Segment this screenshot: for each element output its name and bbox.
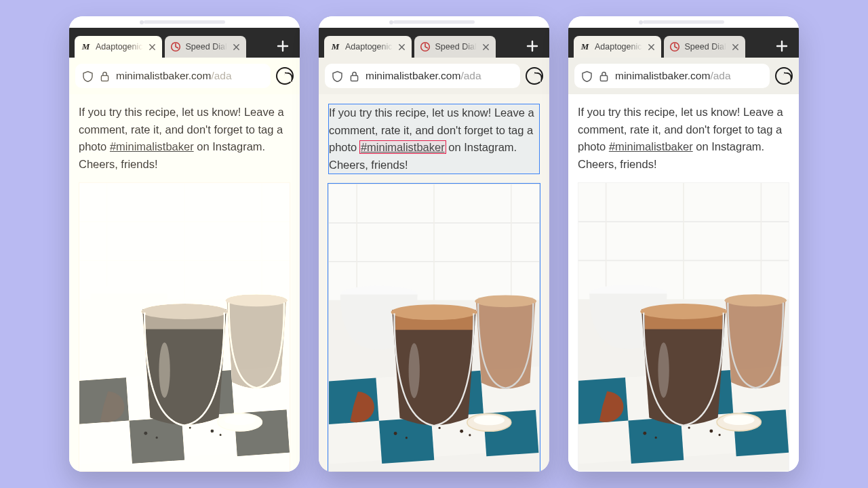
page-viewport[interactable]: If you try this recipe, let us know! Lea… xyxy=(319,94,549,472)
article-paragraph: If you try this recipe, let us know! Lea… xyxy=(328,104,540,174)
url-host: minimalistbaker.com xyxy=(615,70,710,81)
page-viewport[interactable]: If you try this recipe, let us know! Lea… xyxy=(69,94,300,472)
address-bar[interactable]: minimalistbaker.com/ada xyxy=(325,64,520,88)
tab-label: Adaptogenic xyxy=(595,42,642,52)
address-bar[interactable]: minimalistbaker.com/ada xyxy=(574,64,770,88)
lock-icon xyxy=(99,70,111,82)
shield-icon xyxy=(581,70,593,82)
new-tab-button[interactable] xyxy=(521,35,544,58)
clock-icon xyxy=(420,41,431,53)
tab-label: Adaptogenic xyxy=(96,42,143,52)
new-tab-button[interactable] xyxy=(271,35,294,58)
browser-chrome: M Adaptogenic Speed Dial xyxy=(69,28,300,94)
hashtag-link[interactable]: #minimalistbaker xyxy=(609,140,693,152)
device-statusbar xyxy=(319,16,549,28)
clock-icon xyxy=(669,41,681,53)
site-favicon-icon: M xyxy=(80,41,92,53)
tab-label: Speed Dial xyxy=(186,42,227,52)
url-path: /ada xyxy=(460,70,481,81)
close-tab-button[interactable] xyxy=(397,41,408,52)
device-statusbar xyxy=(69,16,300,28)
tab-speed-dial[interactable]: Speed Dial xyxy=(414,36,496,58)
close-tab-button[interactable] xyxy=(646,41,657,52)
article-paragraph: If you try this recipe, let us know! Lea… xyxy=(578,104,789,173)
tab-strip: M Adaptogenic Speed Dial xyxy=(568,33,799,58)
url-host: minimalistbaker.com xyxy=(116,70,211,81)
tab-label: Speed Dial xyxy=(435,42,477,52)
hashtag-link[interactable]: #minimalistbaker xyxy=(110,140,194,152)
lock-icon xyxy=(598,70,610,82)
url-text: minimalistbaker.com/ada xyxy=(116,70,264,82)
shield-icon xyxy=(332,70,343,82)
device-statusbar xyxy=(568,16,799,28)
tab-label: Speed Dial xyxy=(685,42,726,52)
shield-icon xyxy=(82,70,94,82)
tab-speed-dial[interactable]: Speed Dial xyxy=(664,36,745,58)
tab-strip: M Adaptogenic Speed Dial xyxy=(69,33,300,58)
browser-menu-button[interactable] xyxy=(775,67,793,85)
close-tab-button[interactable] xyxy=(231,41,242,52)
close-tab-button[interactable] xyxy=(147,41,158,52)
close-tab-button[interactable] xyxy=(730,41,741,52)
tab-site[interactable]: M Adaptogenic xyxy=(75,36,162,58)
url-path: /ada xyxy=(710,70,730,81)
article-hero-image xyxy=(328,184,540,472)
article-paragraph: If you try this recipe, let us know! Lea… xyxy=(79,104,290,173)
article-hero-image xyxy=(79,182,290,472)
url-path: /ada xyxy=(211,70,231,81)
browser-chrome: M Adaptogenic Speed Dial xyxy=(319,28,549,94)
article-hero-image xyxy=(578,182,789,472)
tab-speed-dial[interactable]: Speed Dial xyxy=(165,36,246,58)
browser-menu-button[interactable] xyxy=(526,67,543,85)
address-bar[interactable]: minimalistbaker.com/ada xyxy=(75,64,271,88)
browser-menu-button[interactable] xyxy=(276,67,294,85)
tab-label: Adaptogenic xyxy=(345,42,393,52)
clock-icon xyxy=(170,41,182,53)
lock-icon xyxy=(349,70,360,82)
url-text: minimalistbaker.com/ada xyxy=(366,70,513,82)
tab-site[interactable]: M Adaptogenic xyxy=(324,36,412,58)
url-host: minimalistbaker.com xyxy=(366,70,460,81)
new-tab-button[interactable] xyxy=(770,35,793,58)
page-viewport[interactable]: If you try this recipe, let us know! Lea… xyxy=(568,94,799,472)
hashtag-link[interactable]: #minimalistbaker xyxy=(360,141,446,153)
url-text: minimalistbaker.com/ada xyxy=(615,70,763,82)
site-favicon-icon: M xyxy=(330,41,341,53)
tab-site[interactable]: M Adaptogenic xyxy=(574,36,661,58)
close-tab-button[interactable] xyxy=(481,41,492,52)
tab-strip: M Adaptogenic Speed Dial xyxy=(319,33,549,58)
browser-chrome: M Adaptogenic Speed Dial xyxy=(568,28,799,94)
site-favicon-icon: M xyxy=(579,41,591,53)
